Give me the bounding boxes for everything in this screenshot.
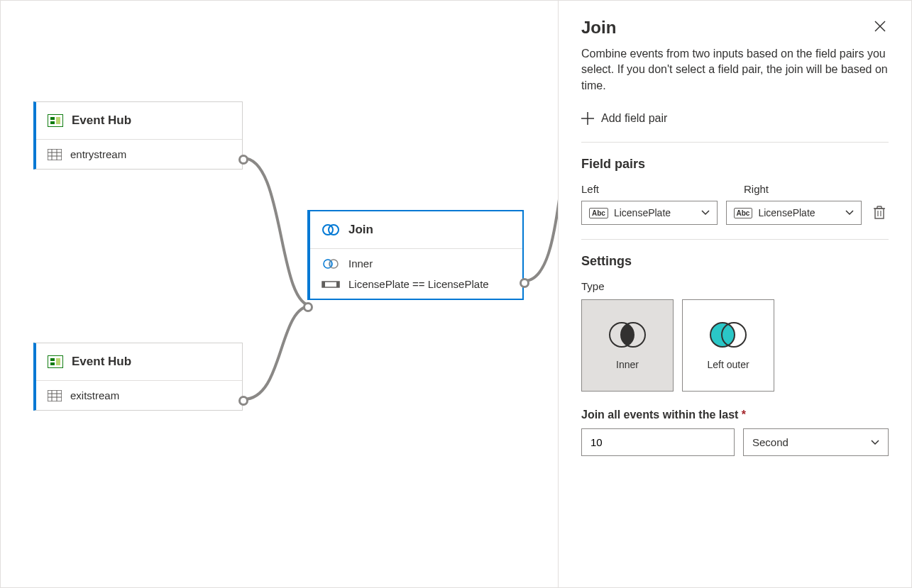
panel-description: Combine events from two inputs based on …	[581, 46, 889, 94]
right-field-dropdown[interactable]: Abc LicensePlate	[726, 201, 862, 225]
join-type-left-outer[interactable]: Left outer	[682, 299, 774, 392]
left-outer-label: Left outer	[707, 359, 749, 370]
svg-rect-0	[48, 114, 63, 127]
svg-rect-11	[50, 362, 55, 365]
app-root: Event Hub entrystream	[0, 0, 912, 588]
svg-rect-9	[48, 355, 63, 368]
eventhub-icon	[48, 355, 63, 368]
svg-rect-24	[336, 282, 339, 287]
svg-rect-2	[50, 121, 55, 124]
close-icon	[874, 21, 886, 32]
node-body: exitstream	[36, 381, 242, 410]
table-icon	[48, 390, 62, 401]
node-eventhub-entry[interactable]: Event Hub entrystream	[33, 101, 243, 170]
panel-title: Join	[581, 18, 616, 38]
svg-rect-23	[322, 282, 325, 287]
string-type-icon: Abc	[734, 208, 753, 218]
join-icon	[322, 223, 340, 236]
chevron-down-icon	[845, 209, 854, 217]
add-field-pair-button[interactable]: Add field pair	[581, 108, 667, 129]
duration-unit-value: Second	[752, 436, 789, 448]
plus-icon	[581, 112, 594, 125]
output-port[interactable]	[238, 396, 248, 406]
node-title: Event Hub	[72, 355, 131, 369]
chevron-down-icon	[871, 438, 879, 447]
type-label: Type	[581, 280, 889, 292]
node-join[interactable]: Join Inner Licens	[307, 210, 524, 300]
output-port[interactable]	[520, 278, 529, 288]
node-body-text: exitstream	[70, 389, 119, 401]
close-button[interactable]	[872, 18, 889, 37]
svg-rect-4	[48, 149, 62, 160]
inner-label: Inner	[616, 359, 639, 370]
join-type-inner[interactable]: Inner	[581, 299, 674, 392]
duration-unit-dropdown[interactable]: Second	[743, 428, 889, 456]
join-condition-text: LicensePlate == LicensePlate	[348, 278, 489, 290]
right-field-value: LicensePlate	[758, 207, 815, 218]
settings-section: Settings Type Inner	[581, 239, 889, 456]
inner-join-icon	[322, 259, 340, 269]
node-eventhub-exit[interactable]: Event Hub exitstream	[33, 343, 243, 411]
svg-rect-13	[48, 390, 62, 401]
left-outer-venn-icon	[705, 321, 751, 349]
field-pair-icon	[322, 279, 340, 289]
chevron-down-icon	[701, 209, 710, 217]
output-port[interactable]	[238, 155, 248, 165]
settings-heading: Settings	[581, 254, 889, 269]
delete-field-pair-button[interactable]	[870, 202, 889, 224]
join-type-options: Inner Left outer	[581, 299, 889, 392]
left-column-label: Left	[581, 183, 720, 195]
node-body-text: entrystream	[70, 148, 126, 160]
required-indicator: *	[742, 409, 746, 421]
svg-rect-3	[56, 117, 60, 124]
inner-venn-icon	[605, 321, 650, 349]
field-pair-row: Abc LicensePlate Abc LicensePlate	[581, 201, 889, 225]
input-port[interactable]	[303, 302, 313, 312]
left-field-value: LicensePlate	[614, 207, 671, 218]
node-title: Event Hub	[72, 113, 131, 128]
field-pairs-heading: Field pairs	[581, 157, 889, 172]
node-header: Event Hub	[36, 102, 242, 140]
node-title: Join	[348, 223, 373, 237]
left-field-dropdown[interactable]: Abc LicensePlate	[581, 201, 718, 225]
svg-rect-29	[875, 209, 884, 218]
svg-rect-12	[56, 358, 60, 365]
duration-value-input[interactable]	[581, 428, 735, 456]
string-type-icon: Abc	[589, 208, 608, 218]
properties-panel: Join Combine events from two inputs base…	[558, 1, 911, 587]
svg-rect-10	[50, 358, 55, 361]
node-body: entrystream	[36, 140, 242, 169]
node-body: Inner LicensePlate == LicensePlate	[310, 249, 522, 299]
join-type-text: Inner	[348, 257, 373, 270]
svg-rect-1	[50, 117, 55, 120]
field-pairs-section: Field pairs Left Right Abc LicensePlate …	[581, 142, 889, 225]
add-field-pair-label: Add field pair	[601, 112, 667, 125]
table-icon	[48, 149, 62, 160]
trash-icon	[873, 205, 886, 219]
duration-label: Join all events within the last *	[581, 409, 889, 421]
node-header: Event Hub	[36, 343, 242, 381]
right-column-label: Right	[744, 183, 882, 195]
eventhub-icon	[48, 114, 63, 127]
node-header: Join	[310, 211, 522, 249]
flow-canvas[interactable]: Event Hub entrystream	[1, 1, 558, 587]
